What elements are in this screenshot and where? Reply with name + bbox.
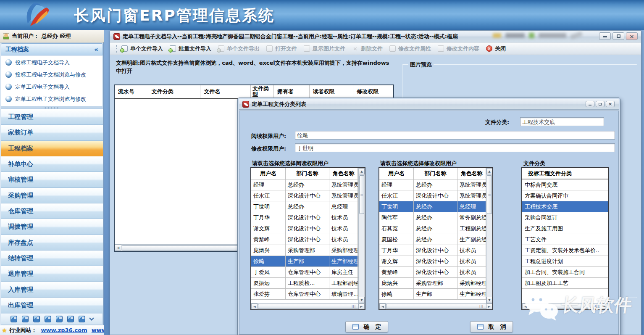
- sidebar-splitter[interactable]: •••••: [1, 106, 103, 109]
- category-row-0[interactable]: 中标合同交底: [522, 179, 608, 190]
- category-row-1[interactable]: 方案确认合同评审: [522, 190, 608, 201]
- toolbar-button-6[interactable]: 修改文件属性: [389, 45, 431, 53]
- close-icon[interactable]: ×: [626, 32, 638, 40]
- toolbar-button-3[interactable]: 打开文件: [266, 45, 297, 53]
- sidebar-menu-item-10[interactable]: 退库管理: [1, 266, 103, 282]
- toolbar-button-5[interactable]: ×删除文件: [352, 45, 383, 53]
- user-row[interactable]: 庞炳兴采购管理部采购部经理: [251, 245, 358, 256]
- user-row[interactable]: 张爱芬仓库管理中心玻璃管理...: [251, 289, 358, 300]
- user-row[interactable]: 黄黎峰深化设计中心技术员: [379, 267, 486, 278]
- sidebar-menu-item-2[interactable]: 工程档案: [1, 141, 103, 156]
- user-row[interactable]: 谢文辉深化设计中心技术员: [379, 256, 486, 267]
- scroll-up-icon[interactable]: ▲: [359, 168, 365, 174]
- vscroll-thumb[interactable]: ≡: [359, 175, 364, 214]
- cube-icon[interactable]: [67, 316, 74, 322]
- cube-icon[interactable]: [11, 316, 17, 322]
- maximize-icon[interactable]: [612, 32, 624, 40]
- user-row[interactable]: 陶伟军总经办常务副总经理: [379, 212, 486, 223]
- category-row-9[interactable]: 加工图及加工工艺: [522, 278, 608, 289]
- user-row[interactable]: 谢文辉深化设计中心技术员: [251, 223, 358, 234]
- user-row[interactable]: 丁月华深化设计中心技术员: [251, 212, 358, 223]
- category-row-8[interactable]: 加工合同、安装施工合同: [522, 267, 608, 278]
- sidebar-menu-item-9[interactable]: 结转管理: [1, 251, 103, 266]
- user-row[interactable]: 丁世明总经办总经理: [379, 201, 486, 212]
- vscroll-thumb[interactable]: ≡: [487, 175, 492, 214]
- sidebar-menu-item-3[interactable]: 补单中心: [1, 156, 103, 172]
- category-row-2[interactable]: 工程技术交底: [522, 201, 608, 212]
- user-row[interactable]: 夏振远工程质检...工程部副经理: [251, 278, 358, 289]
- user-row[interactable]: 徐飚生产部生产部经理: [379, 289, 486, 300]
- sidebar-menu-item-4[interactable]: 审核管理: [1, 172, 103, 187]
- sidebar-doc-link-0[interactable]: 投标工程电子文档导入: [1, 56, 103, 69]
- sidebar-doc-link-2[interactable]: 定单工程电子文档导入: [1, 81, 103, 93]
- hscroll-thumb[interactable]: III: [529, 304, 602, 309]
- ok-button[interactable]: 确 定: [345, 321, 388, 332]
- category-row-6[interactable]: 工资定额、安装外发承包单价..: [522, 245, 608, 256]
- category-row-4[interactable]: 生产及施工用图: [522, 223, 608, 234]
- minimize-icon[interactable]: [599, 32, 611, 40]
- sidebar-menu-item-0[interactable]: 工程管理: [1, 109, 103, 125]
- cube-icon[interactable]: [45, 316, 51, 322]
- user-row[interactable]: 任水江深化设计中心系统管理员: [379, 190, 486, 201]
- sidebar-menu-item-7[interactable]: 调拨管理: [1, 219, 103, 235]
- close-icon[interactable]: ×: [606, 101, 615, 107]
- dept-cell: 总经办: [414, 212, 457, 223]
- toolbar-button-8[interactable]: ×关闭: [486, 45, 506, 53]
- scroll-right-icon[interactable]: ►: [602, 303, 608, 309]
- user-row[interactable]: 经理总经办系统管理员: [379, 179, 486, 190]
- read-user-field[interactable]: 徐飚: [295, 131, 615, 140]
- toolbar-button-7[interactable]: 修改文件内容: [438, 45, 479, 53]
- toolbar-button-2[interactable]: 单个文件导出: [218, 45, 260, 53]
- user-row[interactable]: 夏国松总经办生产副总经理: [379, 234, 486, 245]
- user-row[interactable]: 丁世明总经办总经理: [251, 201, 358, 212]
- scroll-down-icon[interactable]: ▼: [486, 297, 492, 303]
- file-category-field[interactable]: 工程技术交底: [520, 117, 604, 126]
- scroll-left-icon[interactable]: ◄: [379, 303, 386, 309]
- cube-icon[interactable]: [56, 316, 63, 322]
- scroll-left-icon[interactable]: ◄: [251, 303, 258, 309]
- scroll-down-icon[interactable]: ▼: [359, 297, 365, 303]
- sidebar-menu-item-1[interactable]: 家装订单: [1, 125, 103, 140]
- cube-icon[interactable]: [33, 316, 40, 322]
- category-row-7[interactable]: 工程总进度计划: [522, 256, 608, 267]
- maximize-icon[interactable]: [596, 101, 605, 107]
- user-row[interactable]: 丁月华深化设计中心技术员: [379, 245, 486, 256]
- user-row[interactable]: 石其宽总经办工程副总经理: [379, 223, 486, 234]
- category-row-3[interactable]: 采购合同签订: [522, 212, 608, 223]
- cube-icon[interactable]: [79, 316, 85, 322]
- user-row[interactable]: 任水江深化设计中心系统管理员: [251, 190, 358, 201]
- toolbar-button-1[interactable]: 批量文件导入: [170, 45, 211, 53]
- cancel-button[interactable]: 取 消: [470, 321, 513, 332]
- sidebar-menu-item-11[interactable]: 入库管理: [1, 282, 103, 297]
- sidebar-menu-item-5[interactable]: 采购管理: [1, 188, 103, 203]
- user-row[interactable]: 经理总经办系统管理员: [251, 179, 358, 190]
- modify-user-label: 修改权限用户:: [251, 145, 286, 153]
- user-row[interactable]: 丁爱凤仓库管理中心库房主任: [251, 267, 358, 278]
- scroll-right-icon[interactable]: ►: [358, 303, 365, 309]
- toolbar-button-0[interactable]: 单个文件导入: [121, 45, 163, 53]
- modify-user-field[interactable]: 丁世明: [295, 143, 615, 152]
- toolbar-button-4[interactable]: 显示图片文件: [304, 45, 345, 53]
- sidebar-panel-title: 工程档案: [5, 46, 29, 53]
- user-row[interactable]: 庞炳兴采购管理部采购部经理: [379, 278, 486, 289]
- user-row[interactable]: 徐飚生产部生产部经理: [251, 256, 358, 267]
- scroll-up-icon[interactable]: ▲: [486, 168, 492, 174]
- hscroll-thumb[interactable]: III: [386, 304, 486, 309]
- status-link-2[interactable]: www.mc: [92, 327, 104, 333]
- scroll-left-icon[interactable]: ◄: [522, 303, 528, 309]
- sidebar-menu-item-12[interactable]: 出库管理: [1, 298, 103, 313]
- sidebar-doc-link-1[interactable]: 投标工程电子文档浏览与修改: [1, 69, 103, 81]
- sidebar-menu-item-6[interactable]: 仓库管理: [1, 203, 103, 219]
- user-row[interactable]: 黄黎峰深化设计中心技术员: [251, 234, 358, 245]
- status-link-1[interactable]: www.zp36.com: [41, 327, 87, 333]
- chevron-down-icon[interactable]: [89, 316, 94, 320]
- scroll-left-icon[interactable]: ◄: [115, 245, 121, 251]
- category-row-5[interactable]: 工艺文件: [522, 234, 608, 245]
- sidebar-doc-link-3[interactable]: 定单工程电子文档浏览与修改: [1, 93, 103, 105]
- hscroll-thumb[interactable]: III: [258, 304, 359, 309]
- sidebar-menu-item-8[interactable]: 库存盘点: [1, 235, 103, 251]
- cube-icon[interactable]: [22, 316, 29, 322]
- minimize-icon[interactable]: [586, 101, 594, 107]
- collapse-panel-button[interactable]: «: [94, 46, 98, 53]
- scroll-right-icon[interactable]: ►: [486, 303, 492, 309]
